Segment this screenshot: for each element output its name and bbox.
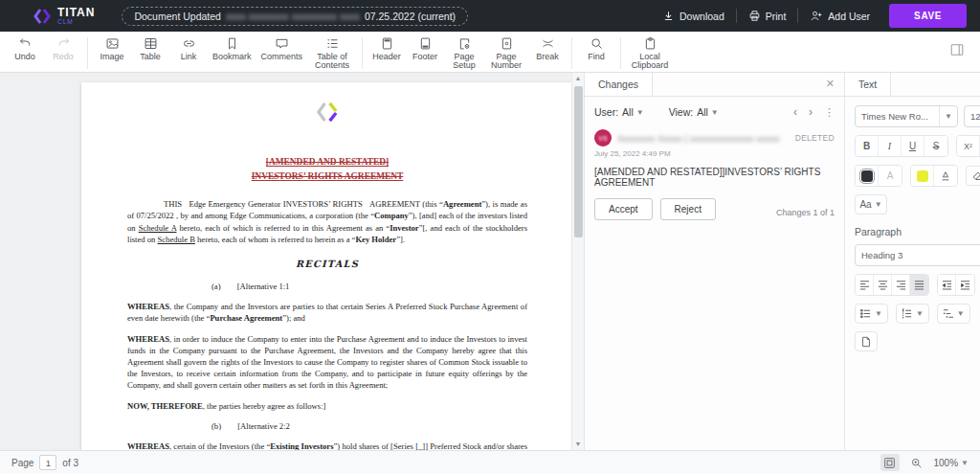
document-logo — [127, 100, 527, 126]
clear-formatting-button[interactable] — [966, 166, 980, 186]
page-setup-button[interactable]: Page Setup — [444, 34, 484, 71]
font-color-swatch-button[interactable] — [856, 166, 879, 186]
bullet-list-button[interactable]: ▼ — [855, 304, 888, 324]
paragraph-whereas-2: WHEREAS, in order to induce the Company … — [127, 333, 527, 392]
footer-button[interactable]: Footer — [406, 34, 444, 61]
find-button[interactable]: Find — [577, 34, 615, 61]
change-entry[interactable]: VS Xxxxxxxx Xxxxx ( xxxxxxxxxxxxxx xxxxx… — [585, 125, 844, 224]
strikethrough-button[interactable]: S — [924, 136, 947, 156]
local-clipboard-button[interactable]: Local Clipboard — [626, 34, 674, 71]
scroll-down-arrow[interactable]: ▼ — [572, 439, 584, 450]
titan-logo-icon — [33, 7, 52, 26]
break-button[interactable]: Break — [528, 34, 567, 61]
comments-button[interactable]: Comments — [256, 34, 308, 61]
header-button[interactable]: Header — [368, 34, 406, 61]
font-color-button[interactable]: A — [879, 166, 902, 186]
highlight-color-swatch-button[interactable] — [911, 166, 934, 186]
view-filter-value[interactable]: All — [697, 106, 708, 118]
toolbar-separator — [362, 37, 363, 69]
font-color-group: A — [855, 165, 902, 187]
numbered-list-button[interactable]: ▼ — [896, 304, 929, 324]
align-center-icon — [878, 280, 888, 290]
title-line-2: INVESTORS’ RIGHTS AGREEMENT — [127, 169, 527, 184]
document-status-pill[interactable]: Document Updated xxxx xxxxxxxx xxxxxxxxx… — [122, 7, 468, 26]
image-icon — [105, 36, 120, 51]
undo-button[interactable]: Undo — [6, 34, 44, 61]
link-icon — [182, 36, 196, 51]
paragraph-whereas-3: WHEREAS, certain of the Investors (the “… — [127, 440, 527, 450]
user-filter-caret-icon[interactable]: ▼ — [636, 108, 644, 117]
next-change-icon[interactable]: › — [807, 105, 814, 119]
fit-page-button[interactable] — [880, 454, 900, 471]
font-family-select[interactable]: Times New Ro... ▼ — [855, 105, 958, 127]
scrollbar-thumb[interactable] — [574, 86, 583, 237]
decrease-indent-button[interactable] — [938, 275, 956, 295]
redo-button[interactable]: Redo — [44, 34, 82, 61]
print-label: Print — [766, 11, 787, 22]
close-changes-icon[interactable]: ✕ — [816, 73, 844, 96]
tab-text[interactable]: Text — [845, 73, 891, 96]
change-actions: Accept Reject Changes 1 of 1 — [594, 198, 835, 220]
toolbar-separator — [87, 37, 88, 69]
page-number-button[interactable]: Page Number — [484, 34, 528, 71]
decrease-indent-icon — [942, 280, 952, 290]
paragraph-now-therefore: NOW, THEREFORE, the parties hereby agree… — [127, 400, 527, 412]
font-family-value: Times New Ro... — [856, 111, 939, 122]
multilevel-list-button[interactable]: ▼ — [937, 304, 970, 324]
previous-change-icon[interactable]: ‹ — [791, 105, 799, 119]
image-button[interactable]: Image — [93, 34, 131, 61]
titan-logo[interactable]: TITAN CLM — [0, 7, 108, 26]
increase-indent-button[interactable] — [956, 275, 974, 295]
italic-button[interactable]: I — [879, 136, 902, 156]
change-case-label: Aa — [859, 199, 871, 210]
superscript-button[interactable]: X² — [957, 136, 980, 156]
document-page[interactable]: [AMENDED AND RESTATED] INVESTORS’ RIGHTS… — [81, 82, 573, 450]
accept-button[interactable]: Accept — [594, 198, 653, 220]
link-button[interactable]: Link — [169, 34, 208, 61]
bookmark-button[interactable]: Bookmark — [208, 34, 256, 61]
download-button[interactable]: Download — [662, 10, 724, 22]
zoom-level-value: 100% — [934, 458, 959, 468]
side-panel-toggle-button[interactable] — [949, 42, 965, 61]
break-label: Break — [536, 53, 559, 61]
zoom-selection-button[interactable] — [907, 454, 926, 471]
paragraph-style-value: Heading 3 — [856, 250, 980, 260]
table-button[interactable]: Table — [131, 34, 169, 61]
changes-filter-row: User: All ▼ View: All ▼ ‹ › ⋮ — [585, 97, 844, 125]
scroll-up-arrow[interactable]: ▲ — [572, 73, 584, 84]
page-style-button[interactable] — [855, 331, 878, 351]
change-case-button[interactable]: Aa ▼ — [855, 194, 887, 214]
text-panel: Text Times New Ro... ▼ 12 ▼ B I — [844, 73, 980, 450]
header-icon — [380, 36, 394, 51]
user-filter-label: User: — [594, 106, 618, 118]
align-right-button[interactable] — [892, 275, 910, 295]
save-button[interactable]: SAVE — [889, 4, 967, 28]
doc-status-prefix: Document Updated — [134, 11, 220, 22]
reject-button[interactable]: Reject — [660, 198, 716, 220]
bullet-list-caret-icon: ▼ — [875, 309, 882, 318]
paragraph-style-select[interactable]: Heading 3 ▼ — [855, 244, 980, 266]
view-filter-caret-icon[interactable]: ▼ — [711, 108, 719, 117]
font-color-swatch — [861, 170, 873, 182]
changes-menu-icon[interactable]: ⋮ — [824, 106, 835, 119]
add-user-button[interactable]: Add User — [810, 10, 870, 22]
underline-button[interactable]: U — [902, 136, 924, 156]
bold-button[interactable]: B — [856, 136, 879, 156]
change-text: [AMENDED AND RESTATED]]INVESTORS’ RIGHTS… — [594, 167, 835, 188]
print-button[interactable]: Print — [748, 10, 787, 22]
page-format-row — [855, 331, 980, 351]
tab-changes[interactable]: Changes — [585, 73, 653, 96]
bookmark-label: Bookmark — [212, 53, 252, 61]
align-left-button[interactable] — [856, 275, 874, 295]
numbered-list-icon — [902, 308, 912, 319]
table-of-contents-button[interactable]: Table of Contents — [307, 34, 357, 71]
align-center-button[interactable] — [874, 275, 892, 295]
zoom-level-select[interactable]: 100% ▼ — [934, 458, 969, 468]
align-justify-button[interactable] — [910, 275, 928, 295]
user-filter-value[interactable]: All — [622, 106, 634, 118]
font-size-select[interactable]: 12 ▼ — [964, 105, 980, 127]
page-number-input[interactable]: 1 — [39, 455, 56, 470]
document-scrollbar[interactable]: ▲ ▼ — [571, 73, 584, 450]
highlighter-button[interactable] — [934, 166, 957, 186]
table-icon — [144, 36, 158, 51]
